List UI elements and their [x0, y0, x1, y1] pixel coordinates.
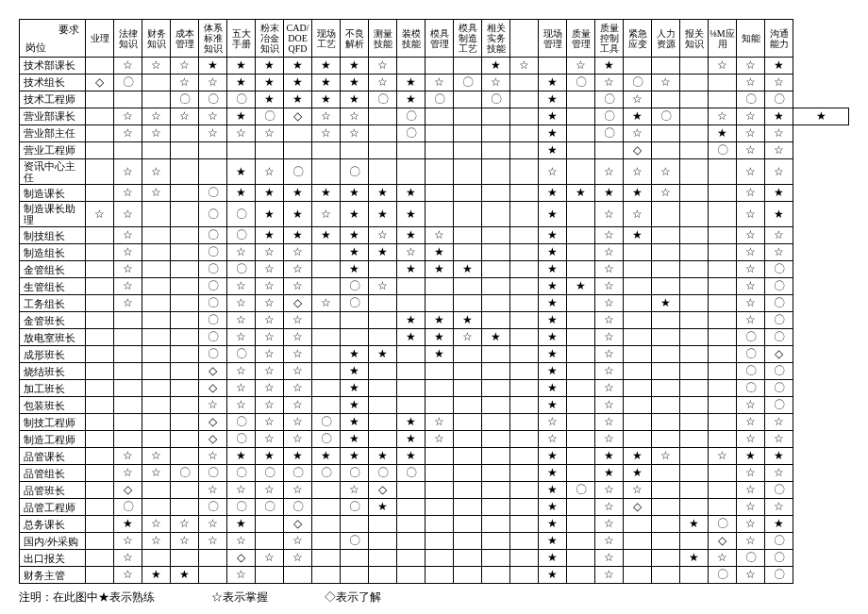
matrix-cell: ★	[341, 346, 369, 363]
matrix-cell	[595, 142, 624, 159]
matrix-cell	[369, 125, 397, 142]
matrix-cell: ★	[341, 244, 369, 261]
matrix-cell: 〇	[256, 465, 284, 482]
matrix-cell: 〇	[737, 91, 765, 108]
matrix-cell	[652, 58, 680, 75]
matrix-cell: ☆	[595, 380, 624, 397]
matrix-cell: ★	[341, 363, 369, 380]
matrix-cell: ★	[256, 91, 284, 108]
matrix-cell: 〇	[341, 295, 369, 312]
matrix-cell: 〇	[765, 91, 793, 108]
matrix-cell	[567, 346, 595, 363]
matrix-cell	[312, 363, 341, 380]
matrix-cell: 〇	[709, 142, 737, 159]
table-row: 品管课长☆☆☆★★★★★★★★★★☆☆★★	[20, 448, 849, 465]
matrix-cell	[652, 380, 680, 397]
matrix-cell: ☆	[539, 414, 567, 431]
matrix-cell: ★	[426, 312, 454, 329]
matrix-cell: ☆	[114, 227, 142, 244]
matrix-cell: ★	[284, 202, 312, 227]
table-row: 制造工程师◇〇☆☆〇★★☆☆☆☆☆	[20, 431, 849, 448]
matrix-cell: ☆	[142, 185, 171, 202]
matrix-cell: 〇	[567, 75, 595, 91]
matrix-cell	[397, 397, 426, 414]
matrix-cell: ☆	[199, 397, 227, 414]
matrix-cell	[567, 550, 595, 567]
matrix-cell: ★	[539, 295, 567, 312]
matrix-cell	[709, 312, 737, 329]
matrix-cell	[680, 125, 709, 142]
table-row: 品管工程师〇〇〇〇〇〇★★☆◇☆☆	[20, 499, 849, 516]
matrix-cell: ☆	[624, 482, 652, 499]
matrix-cell	[369, 261, 397, 278]
matrix-cell: ☆	[256, 295, 284, 312]
matrix-cell	[312, 329, 341, 346]
matrix-cell: ☆	[737, 244, 765, 261]
matrix-cell	[171, 329, 199, 346]
matrix-cell	[86, 397, 114, 414]
matrix-cell	[142, 244, 171, 261]
matrix-cell	[709, 202, 737, 227]
matrix-cell: 〇	[765, 295, 793, 312]
matrix-cell: ☆	[114, 278, 142, 295]
matrix-cell: ☆	[595, 567, 624, 584]
matrix-cell	[624, 567, 652, 584]
matrix-cell: ☆	[284, 278, 312, 295]
matrix-cell	[510, 185, 539, 202]
matrix-cell: ☆	[737, 58, 765, 75]
matrix-cell	[709, 75, 737, 91]
matrix-cell: 〇	[284, 159, 312, 185]
table-row: 成形班长〇〇☆☆★★★★☆〇◇	[20, 346, 849, 363]
table-row: 营业部主任☆☆☆☆☆☆☆〇★〇☆★☆☆	[20, 125, 849, 142]
matrix-cell	[312, 312, 341, 329]
matrix-cell	[171, 185, 199, 202]
matrix-cell	[680, 465, 709, 482]
matrix-cell	[567, 244, 595, 261]
matrix-cell	[397, 159, 426, 185]
matrix-cell	[510, 227, 539, 244]
matrix-cell: ★	[369, 202, 397, 227]
row-header: 制技工程师	[20, 414, 86, 431]
matrix-cell: ★	[680, 550, 709, 567]
row-header: 制技组长	[20, 227, 86, 244]
table-row: 技术组长◇〇☆☆★★★★★☆★☆〇☆★〇☆〇☆☆☆	[20, 75, 849, 91]
matrix-cell	[397, 516, 426, 533]
matrix-cell: ☆	[256, 346, 284, 363]
matrix-cell: ★	[312, 448, 341, 465]
row-header: 国内/外采购	[20, 533, 86, 550]
matrix-cell	[454, 346, 482, 363]
matrix-cell: ☆	[114, 202, 142, 227]
matrix-cell: ★	[312, 75, 341, 91]
matrix-cell: 〇	[227, 431, 256, 448]
column-header: 质量管理	[567, 20, 595, 58]
matrix-cell: ☆	[737, 295, 765, 312]
matrix-cell: ☆	[369, 75, 397, 91]
matrix-cell: ★	[341, 448, 369, 465]
matrix-cell	[142, 431, 171, 448]
position-label: 岗位	[25, 41, 46, 53]
matrix-cell: ★	[284, 185, 312, 202]
matrix-cell: ◇	[199, 363, 227, 380]
matrix-cell: ☆	[284, 431, 312, 448]
matrix-cell: ★	[284, 58, 312, 75]
matrix-cell: ☆	[737, 185, 765, 202]
matrix-cell	[482, 380, 510, 397]
matrix-cell: ★	[341, 227, 369, 244]
matrix-cell	[454, 397, 482, 414]
matrix-cell: ☆	[595, 261, 624, 278]
matrix-cell: ☆	[595, 75, 624, 91]
table-row: 营业部课长☆☆☆☆★〇◇☆☆〇★〇★〇☆☆★★	[20, 108, 849, 125]
matrix-cell: 〇	[199, 244, 227, 261]
matrix-cell: ★	[397, 202, 426, 227]
matrix-cell: ★	[539, 533, 567, 550]
matrix-cell	[142, 482, 171, 499]
matrix-cell	[680, 380, 709, 397]
matrix-cell	[86, 516, 114, 533]
column-header: 现场工艺	[312, 20, 341, 58]
matrix-cell: ☆	[114, 261, 142, 278]
matrix-cell	[171, 312, 199, 329]
matrix-cell	[709, 363, 737, 380]
matrix-cell: ★	[341, 75, 369, 91]
matrix-cell	[652, 397, 680, 414]
matrix-cell: ☆	[284, 414, 312, 431]
